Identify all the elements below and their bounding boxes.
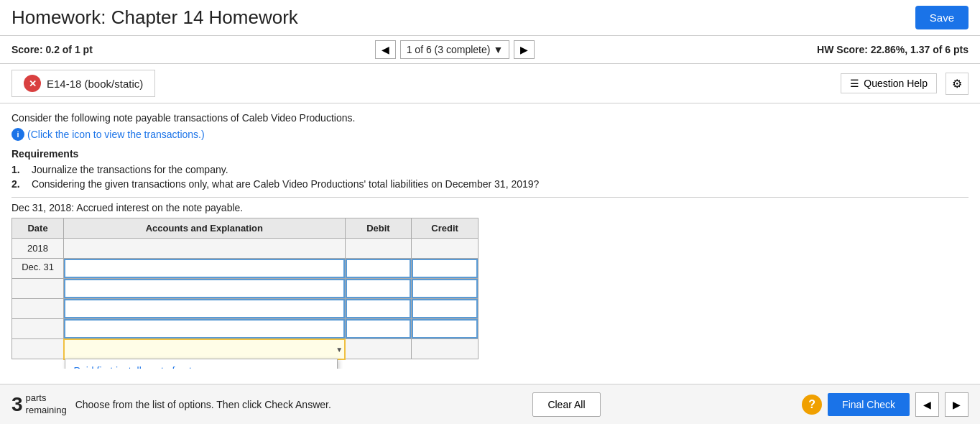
requirement-1: 1. Journalize the transactions for the c… [11,164,969,175]
credit-input-3[interactable] [412,299,478,318]
nav-dropdown-arrow: ▼ [493,44,503,55]
acct-input-4[interactable] [64,319,344,338]
acct-input-3[interactable] [64,299,344,318]
save-button[interactable]: Save [915,6,969,29]
question-help-label: Question Help [864,78,928,89]
question-help-button[interactable]: ☰ Question Help [841,73,937,93]
info-circle-icon: i [11,128,24,141]
nav-info[interactable]: 1 of 6 (3 complete) ▼ [400,40,510,59]
question-header: ✕ E14-18 (book/static) ☰ Question Help ⚙ [0,64,980,103]
gear-icon: ⚙ [952,78,962,90]
score-value: 0.2 of 1 pt [45,44,92,55]
score-label: Score: [11,44,43,55]
click-icon-link[interactable]: i (Click the icon to view the transactio… [11,128,969,141]
acct-dropdown-input[interactable] [65,342,330,356]
nav-info-text: 1 of 6 (3 complete) [407,44,491,55]
intro-text: Consider the following note payable tran… [11,112,969,124]
acct-input-2[interactable] [64,279,344,298]
req1-text: Journalize the transactions for the comp… [32,164,228,175]
credit-input-cell-4[interactable] [412,319,479,339]
dropdown-arrow-icon: ▼ [336,345,343,353]
col-header-debit: Debit [345,218,412,239]
nav-prev-button[interactable]: ◀ [375,40,396,59]
credit-input-2[interactable] [412,279,478,298]
year-cell: 2018 [12,239,64,259]
table-row [12,319,479,339]
debit-input-4[interactable] [346,319,412,338]
empty-date-2 [12,279,64,299]
credit-input-cell-1[interactable] [412,259,479,279]
journal-table: Date Accounts and Explanation Debit Cred… [11,218,479,360]
menu-icon: ☰ [850,78,859,89]
credit-year-cell [412,239,479,259]
hw-score-display: HW Score: 22.86%, 1.37 of 6 pts [817,44,969,55]
acct-year-cell [64,239,345,259]
debit-input-cell-2[interactable] [345,279,412,299]
requirements-list: 1. Journalize the transactions for the c… [11,164,969,190]
credit-input-cell-3[interactable] [412,299,479,319]
debit-input-cell-3[interactable] [345,299,412,319]
question-nav: ◀ 1 of 6 (3 complete) ▼ ▶ [375,40,535,59]
requirement-2: 2. Considering the given transactions on… [11,178,969,190]
requirements-title: Requirements [11,148,969,160]
hw-score-value: 22.86%, 1.37 of 6 pts [871,44,969,55]
acct-input-cell-1[interactable] [64,259,345,279]
table-row: 2018 [12,239,479,259]
empty-date-3 [12,299,64,319]
credit-dropdown-cell [412,339,479,359]
acct-input-cell-4[interactable] [64,319,345,339]
acct-input-1[interactable] [64,259,344,278]
dropdown-menu: Paid first installment of note. Purchase… [65,359,338,369]
table-row [12,299,479,319]
dropdown-item-1[interactable]: Paid first installment of note. [65,359,337,369]
question-icon: ✕ [24,75,41,92]
credit-input-4[interactable] [412,319,478,338]
acct-input-cell-3[interactable] [64,299,345,319]
score-display: Score: 0.2 of 1 pt [11,44,93,55]
settings-button[interactable]: ⚙ [946,73,969,95]
date-cell: Dec. 31 [12,259,64,279]
question-icon-label: ✕ [29,78,37,89]
empty-date-4 [12,319,64,339]
table-row: Dec. 31 [12,259,479,279]
table-row-dropdown: ▼ Paid first installment of note. Purcha… [12,339,479,359]
debit-input-cell-1[interactable] [345,259,412,279]
hw-score-label: HW Score: [817,44,868,55]
debit-input-1[interactable] [346,259,412,278]
table-row [12,279,479,299]
debit-input-2[interactable] [346,279,412,298]
top-header: Homework: Chapter 14 Homework Save [0,0,980,36]
credit-input-cell-2[interactable] [412,279,479,299]
question-id-text: E14-18 (book/static) [47,78,143,90]
main-content: Consider the following note payable tran… [0,103,980,369]
debit-dropdown-cell [345,339,412,359]
transaction-label: Dec 31, 2018: Accrued interest on the no… [11,197,969,218]
page-title: Homework: Chapter 14 Homework [11,6,298,29]
nav-next-button[interactable]: ▶ [514,40,535,59]
col-header-accounts: Accounts and Explanation [64,218,345,239]
question-tools: ☰ Question Help ⚙ [841,73,969,95]
debit-year-cell [345,239,412,259]
credit-input-1[interactable] [412,259,478,278]
empty-date-5 [12,339,64,359]
question-id-tab: ✕ E14-18 (book/static) [11,70,155,97]
click-link-text: (Click the icon to view the transactions… [27,129,205,140]
req2-text: Considering the given transactions only,… [32,178,539,190]
debit-input-3[interactable] [346,299,412,318]
debit-input-cell-4[interactable] [345,319,412,339]
score-nav-bar: Score: 0.2 of 1 pt ◀ 1 of 6 (3 complete)… [0,36,980,64]
acct-dropdown-cell[interactable]: ▼ Paid first installment of note. Purcha… [64,339,345,359]
col-header-credit: Credit [412,218,479,239]
col-header-date: Date [12,218,64,239]
acct-input-cell-2[interactable] [64,279,345,299]
